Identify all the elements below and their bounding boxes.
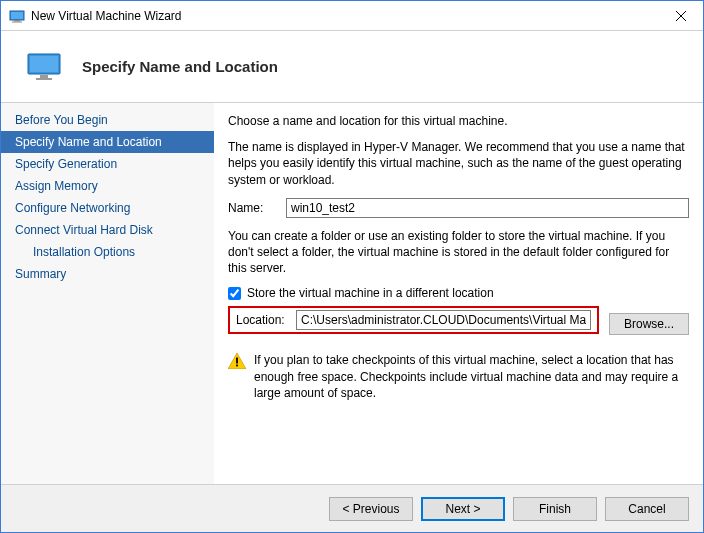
svg-rect-11: [236, 358, 238, 364]
cancel-button[interactable]: Cancel: [605, 497, 689, 521]
footer: < Previous Next > Finish Cancel: [1, 484, 703, 532]
warning-text: If you plan to take checkpoints of this …: [254, 352, 689, 401]
sidebar-item-7[interactable]: Summary: [1, 263, 214, 285]
warning-icon: [228, 353, 246, 369]
finish-button[interactable]: Finish: [513, 497, 597, 521]
warning-row: If you plan to take checkpoints of this …: [228, 352, 689, 401]
wizard-header: Specify Name and Location: [1, 31, 703, 103]
store-checkbox-label[interactable]: Store the virtual machine in a different…: [247, 286, 494, 300]
name-description: The name is displayed in Hyper-V Manager…: [228, 139, 689, 188]
svg-rect-9: [36, 78, 52, 80]
sidebar-item-5[interactable]: Connect Virtual Hard Disk: [1, 219, 214, 241]
sidebar-item-4[interactable]: Configure Networking: [1, 197, 214, 219]
folder-description: You can create a folder or use an existi…: [228, 228, 689, 277]
close-button[interactable]: [659, 1, 703, 31]
app-icon: [9, 8, 25, 24]
store-checkbox-row: Store the virtual machine in a different…: [228, 286, 689, 300]
browse-button[interactable]: Browse...: [609, 313, 689, 335]
sidebar-item-6[interactable]: Installation Options: [1, 241, 214, 263]
location-row: Location: Browse...: [228, 306, 689, 342]
svg-rect-7: [30, 56, 58, 72]
sidebar-item-0[interactable]: Before You Begin: [1, 109, 214, 131]
window-title: New Virtual Machine Wizard: [31, 9, 659, 23]
location-input[interactable]: [296, 310, 591, 330]
svg-rect-3: [12, 21, 22, 22]
sidebar: Before You BeginSpecify Name and Locatio…: [1, 103, 214, 484]
previous-button[interactable]: < Previous: [329, 497, 413, 521]
wizard-body: Before You BeginSpecify Name and Locatio…: [1, 103, 703, 484]
store-checkbox[interactable]: [228, 287, 241, 300]
next-button[interactable]: Next >: [421, 497, 505, 521]
monitor-icon: [26, 52, 62, 82]
location-label: Location:: [236, 313, 288, 327]
name-input[interactable]: [286, 198, 689, 218]
main-panel: Choose a name and location for this virt…: [214, 103, 703, 484]
close-icon: [676, 11, 686, 21]
page-title: Specify Name and Location: [82, 58, 278, 75]
svg-rect-12: [236, 365, 238, 367]
sidebar-item-2[interactable]: Specify Generation: [1, 153, 214, 175]
sidebar-item-1[interactable]: Specify Name and Location: [1, 131, 214, 153]
svg-rect-8: [40, 75, 48, 78]
titlebar: New Virtual Machine Wizard: [1, 1, 703, 31]
wizard-window: New Virtual Machine Wizard Specify Name …: [0, 0, 704, 533]
sidebar-item-3[interactable]: Assign Memory: [1, 175, 214, 197]
name-label: Name:: [228, 201, 278, 215]
location-highlight: Location:: [228, 306, 599, 334]
name-row: Name:: [228, 198, 689, 218]
svg-rect-1: [11, 12, 23, 19]
intro-text: Choose a name and location for this virt…: [228, 113, 689, 129]
svg-rect-2: [14, 20, 20, 22]
